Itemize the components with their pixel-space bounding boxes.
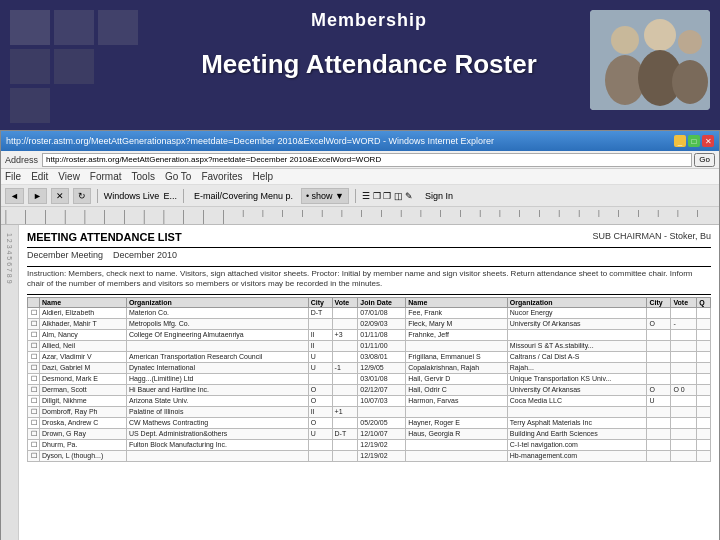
row-org-left: Arizona State Univ. — [126, 395, 308, 406]
close-button[interactable]: ✕ — [702, 135, 714, 147]
row-name-left: Drown, G Ray — [40, 428, 127, 439]
row-city-right — [647, 362, 671, 373]
menu-file[interactable]: File — [5, 171, 21, 182]
menu-tools[interactable]: Tools — [132, 171, 155, 182]
table-header-row: Name Organization City Vote Join Date Na… — [28, 297, 711, 307]
browser-title-text: http://roster.astm.org/MeetAttGeneration… — [6, 136, 674, 146]
row-checkbox[interactable]: ☐ — [28, 384, 40, 395]
stop-button[interactable]: ✕ — [51, 188, 69, 204]
go-button[interactable]: Go — [694, 153, 715, 167]
row-name-right — [406, 406, 508, 417]
window-controls[interactable]: _ □ ✕ — [674, 135, 714, 147]
row-org-left: US Dept. Administration&others — [126, 428, 308, 439]
row-q-right — [697, 395, 711, 406]
row-city-right — [647, 329, 671, 340]
row-vote-right — [671, 307, 697, 318]
menu-help[interactable]: Help — [253, 171, 274, 182]
row-city-left: U — [308, 428, 332, 439]
row-checkbox[interactable]: ☐ — [28, 318, 40, 329]
row-city-left: D-T — [308, 307, 332, 318]
row-city-left: O — [308, 395, 332, 406]
row-vote-left — [332, 395, 358, 406]
row-name-left: Dhurm, Pa. — [40, 439, 127, 450]
minimize-button[interactable]: _ — [674, 135, 686, 147]
row-name-left: Alm, Nancy — [40, 329, 127, 340]
row-name-right: Fee, Frank — [406, 307, 508, 318]
row-org-left — [126, 340, 308, 351]
document-title: MEETING ATTENDANCE LIST — [27, 231, 182, 243]
row-vote-right — [671, 439, 697, 450]
row-q-right — [697, 351, 711, 362]
row-org-right: Missouri S &T As.stability... — [507, 340, 647, 351]
row-city-left — [308, 450, 332, 461]
table-row: ☐ Alkhader, Mahir T Metropolis Mfg. Co. … — [28, 318, 711, 329]
row-checkbox[interactable]: ☐ — [28, 439, 40, 450]
menu-view[interactable]: View — [58, 171, 80, 182]
row-org-right: Nucor Energy — [507, 307, 647, 318]
row-checkbox[interactable]: ☐ — [28, 329, 40, 340]
content-area: 1 2 3 4 5 6 7 8 9 MEETING ATTENDANCE LIS… — [1, 225, 719, 540]
row-checkbox[interactable]: ☐ — [28, 428, 40, 439]
left-sidebar: 1 2 3 4 5 6 7 8 9 — [1, 225, 19, 540]
table-row: ☐ Dillgit, Nikhme Arizona State Univ. O … — [28, 395, 711, 406]
doc-header-row: MEETING ATTENDANCE LIST SUB CHAIRMAN - S… — [27, 231, 711, 245]
row-city-left: U — [308, 362, 332, 373]
row-org-left: Hi Bauer and Hartline Inc. — [126, 384, 308, 395]
sign-in-label[interactable]: Sign In — [425, 191, 453, 201]
row-org-right: C-I-tel navigation.com — [507, 439, 647, 450]
row-q-right — [697, 362, 711, 373]
menu-favorites[interactable]: Favorites — [201, 171, 242, 182]
row-q-right — [697, 318, 711, 329]
windows-live-btn[interactable]: E... — [163, 191, 177, 201]
refresh-button[interactable]: ↻ — [73, 188, 91, 204]
back-button[interactable]: ◄ — [5, 188, 24, 204]
svg-point-3 — [644, 19, 676, 51]
row-name-left: Derman, Scott — [40, 384, 127, 395]
menu-format[interactable]: Format — [90, 171, 122, 182]
row-checkbox[interactable]: ☐ — [28, 395, 40, 406]
row-city-right — [647, 450, 671, 461]
row-join-left: 01/11/08 — [358, 329, 406, 340]
row-name-left: Dombroff, Ray Ph — [40, 406, 127, 417]
table-row: ☐ Aldieri, Elizabeth Materion Co. D-T 07… — [28, 307, 711, 318]
address-bar: Address Go — [1, 151, 719, 169]
show-button[interactable]: • show ▼ — [301, 188, 349, 204]
row-org-left: College Of Engineering Almutaenriya — [126, 329, 308, 340]
row-checkbox[interactable]: ☐ — [28, 406, 40, 417]
row-name-right — [406, 439, 508, 450]
menu-edit[interactable]: Edit — [31, 171, 48, 182]
row-checkbox[interactable]: ☐ — [28, 450, 40, 461]
row-checkbox[interactable]: ☐ — [28, 351, 40, 362]
header-blocks — [0, 0, 148, 133]
menu-bar: File Edit View Format Tools Go To Favori… — [1, 169, 719, 185]
row-checkbox[interactable]: ☐ — [28, 340, 40, 351]
row-name-left: Desmond, Mark E — [40, 373, 127, 384]
doc-info-row: December Meeting December 2010 — [27, 250, 711, 264]
row-checkbox[interactable]: ☐ — [28, 373, 40, 384]
table-row: ☐ Drown, G Ray US Dept. Administration&o… — [28, 428, 711, 439]
row-join-left: 12/9/05 — [358, 362, 406, 373]
browser-title-bar: http://roster.astm.org/MeetAttGeneration… — [1, 131, 719, 151]
row-city-left — [308, 439, 332, 450]
maximize-button[interactable]: □ — [688, 135, 700, 147]
row-org-left: Hagg...(Limitline) Ltd — [126, 373, 308, 384]
address-input[interactable] — [42, 153, 692, 167]
row-checkbox[interactable]: ☐ — [28, 307, 40, 318]
row-org-left: Materion Co. — [126, 307, 308, 318]
forward-button[interactable]: ► — [28, 188, 47, 204]
row-vote-right — [671, 406, 697, 417]
membership-title: Membership — [311, 10, 427, 31]
row-vote-right — [671, 395, 697, 406]
row-checkbox[interactable]: ☐ — [28, 362, 40, 373]
menu-goto[interactable]: Go To — [165, 171, 192, 182]
row-checkbox[interactable]: ☐ — [28, 417, 40, 428]
row-vote-right — [671, 450, 697, 461]
row-city-left: U — [308, 351, 332, 362]
row-org-left: Metropolis Mfg. Co. — [126, 318, 308, 329]
row-org-right: Building And Earth Sciences — [507, 428, 647, 439]
col-city-right: City — [647, 297, 671, 307]
row-q-right — [697, 384, 711, 395]
row-join-left: 10/07/03 — [358, 395, 406, 406]
photo-image — [590, 10, 710, 110]
row-vote-left — [332, 450, 358, 461]
